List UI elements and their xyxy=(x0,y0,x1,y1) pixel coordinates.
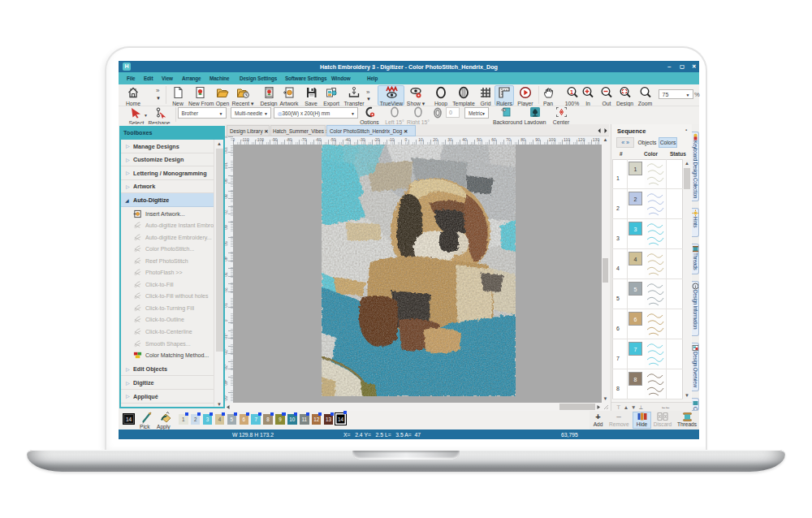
svg-text:1: 1 xyxy=(569,88,573,96)
